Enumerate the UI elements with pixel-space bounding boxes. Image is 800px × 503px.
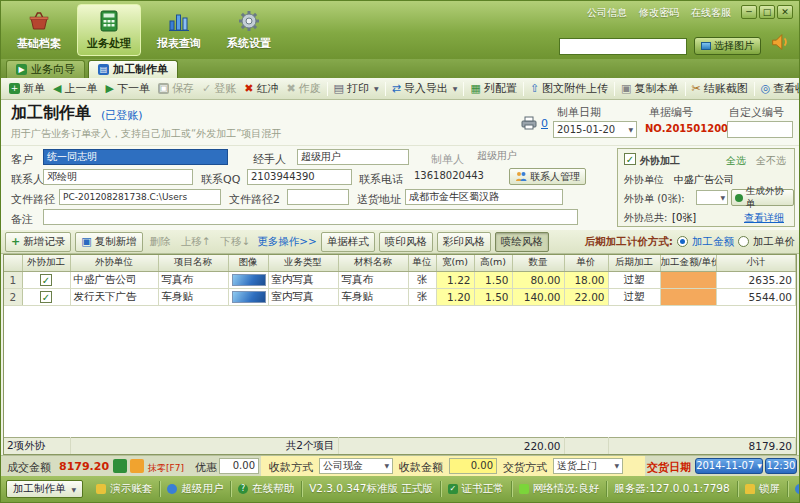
pay-method-select[interactable]: 公司现金▼ xyxy=(319,458,393,474)
type-cell[interactable]: 室内写真 xyxy=(268,288,338,305)
account-set-item[interactable]: 演示账套 xyxy=(89,481,160,497)
handler-input[interactable]: 超级用户 xyxy=(297,149,409,165)
next-order-button[interactable]: ▶下一单 xyxy=(101,79,153,98)
view-payment-process-button[interactable]: ◎查看收款过程 xyxy=(757,79,800,98)
col-image[interactable]: 图像 xyxy=(228,255,268,271)
uom-cell[interactable]: 张 xyxy=(408,288,436,305)
nav-item-basic-files[interactable]: 基础档案 xyxy=(7,4,71,56)
pricing-unit-label[interactable]: 加工单价 xyxy=(753,235,795,249)
col-outsource[interactable]: 外协加工 xyxy=(22,255,70,271)
material-cell[interactable]: 写真布 xyxy=(338,271,408,288)
calculator-small-icon[interactable] xyxy=(113,459,127,473)
contact-management-button[interactable]: 联系人管理 xyxy=(509,168,586,185)
move-down-button[interactable]: 下移↓ xyxy=(217,233,253,251)
width-cell[interactable]: 1.22 xyxy=(436,271,474,288)
qty-cell[interactable]: 140.00 xyxy=(512,288,564,305)
pricing-unit-radio[interactable] xyxy=(738,236,749,247)
post-cell[interactable]: 过塑 xyxy=(608,288,660,305)
col-type[interactable]: 业务类型 xyxy=(268,255,338,271)
doc-type-selector[interactable]: 加工制作单▼ xyxy=(6,480,83,498)
close-button[interactable]: ✕ xyxy=(777,5,793,19)
more-actions-link[interactable]: 更多操作>> xyxy=(257,235,317,249)
discount-input[interactable]: 0.00 xyxy=(219,458,259,474)
outsource-cell[interactable] xyxy=(22,271,70,288)
lock-screen-item[interactable]: 锁屏 xyxy=(738,481,788,497)
note-input[interactable] xyxy=(43,209,578,225)
grid-empty-area[interactable] xyxy=(4,306,796,437)
pricing-amount-radio[interactable] xyxy=(677,236,688,247)
certificate-status[interactable]: ✓证书正常 xyxy=(441,481,512,497)
outsource-checkbox[interactable] xyxy=(624,153,636,165)
nav-item-settings[interactable]: 系统设置 xyxy=(217,4,281,56)
qty-cell[interactable]: 80.00 xyxy=(512,271,564,288)
minimize-button[interactable]: ─ xyxy=(741,5,757,19)
tab-processing-order[interactable]: ▤ 加工制作单 xyxy=(88,60,178,78)
select-image-button[interactable]: 选择图片 xyxy=(694,37,761,55)
phone-input[interactable]: 13618020443 xyxy=(411,169,503,185)
search-input[interactable] xyxy=(559,38,687,55)
price-cell[interactable]: 22.00 xyxy=(564,288,608,305)
color-style-button[interactable]: 彩印风格 xyxy=(437,232,491,252)
image-cell[interactable] xyxy=(228,288,268,305)
col-unit[interactable]: 外协单位 xyxy=(70,255,158,271)
switch-user-item[interactable]: 切换用户 xyxy=(788,481,800,497)
thumbnail-image[interactable] xyxy=(232,291,266,303)
col-material[interactable]: 材料名称 xyxy=(338,255,408,271)
col-height[interactable]: 高(m) xyxy=(474,255,512,271)
width-cell[interactable]: 1.20 xyxy=(436,288,474,305)
move-up-button[interactable]: 上移↑ xyxy=(178,233,214,251)
col-price[interactable]: 单价 xyxy=(564,255,608,271)
print-style-button[interactable]: 喷印风格 xyxy=(379,232,433,252)
save-button[interactable]: ▣保存 xyxy=(154,79,198,98)
copy-order-button[interactable]: ▣复制本单 xyxy=(617,79,682,98)
col-width[interactable]: 宽(m) xyxy=(436,255,474,271)
order-date-input[interactable]: 2015-01-20▼ xyxy=(553,121,637,138)
void-button[interactable]: ✖作废 xyxy=(282,79,324,98)
print-button[interactable]: ▤打印 xyxy=(330,79,383,98)
col-post[interactable]: 后期加工 xyxy=(608,255,660,271)
online-service-link[interactable]: 在线客服 xyxy=(691,6,731,20)
col-uom[interactable]: 单位 xyxy=(408,255,436,271)
material-cell[interactable]: 车身贴 xyxy=(338,288,408,305)
thumbnail-image[interactable] xyxy=(232,274,266,286)
delete-row-button[interactable]: 删除 xyxy=(147,233,174,251)
column-config-button[interactable]: ▦列配置 xyxy=(466,79,520,98)
project-cell[interactable]: 车身贴 xyxy=(158,288,228,305)
print-count[interactable]: 0 xyxy=(541,117,548,130)
height-cell[interactable]: 1.50 xyxy=(474,288,512,305)
inkjet-style-button[interactable]: 喷绘风格 xyxy=(495,232,549,252)
pricing-amount-label[interactable]: 加工金额 xyxy=(692,235,734,249)
address-input[interactable]: 成都市金牛区蜀汉路 xyxy=(405,189,563,205)
view-detail-link[interactable]: 查看详细 xyxy=(744,211,784,225)
current-user-item[interactable]: 超级用户 xyxy=(160,481,231,497)
row-outsource-checkbox[interactable] xyxy=(40,291,52,303)
file-path-input[interactable]: PC-201208281738.C:\Users xyxy=(59,189,221,205)
register-button[interactable]: ✓登账 xyxy=(198,79,240,98)
project-cell[interactable]: 写真布 xyxy=(158,271,228,288)
contact-input[interactable]: 邓绘明 xyxy=(43,169,193,185)
outsource-order-select[interactable]: ▼ xyxy=(696,190,728,205)
coin-icon[interactable] xyxy=(130,459,144,473)
image-cell[interactable] xyxy=(228,271,268,288)
customer-input[interactable]: 统一同志明 xyxy=(43,149,228,165)
select-none-link[interactable]: 全不选 xyxy=(756,154,786,168)
outsource-cell[interactable] xyxy=(22,288,70,305)
change-password-link[interactable]: 修改密码 xyxy=(639,6,679,20)
online-help-item[interactable]: ?在线帮助 xyxy=(231,481,302,497)
unit-cell[interactable]: 发行天下广告 xyxy=(70,288,158,305)
type-cell[interactable]: 室内写真 xyxy=(268,271,338,288)
col-project[interactable]: 项目名称 xyxy=(158,255,228,271)
price-cell[interactable]: 18.00 xyxy=(564,271,608,288)
registered-link[interactable]: (已登账) xyxy=(101,108,143,123)
amount-cell[interactable] xyxy=(660,271,716,288)
import-export-button[interactable]: ⇄导入导出 xyxy=(388,79,462,98)
post-cell[interactable]: 过塑 xyxy=(608,271,660,288)
height-cell[interactable]: 1.50 xyxy=(474,271,512,288)
network-status[interactable]: 网络情况:良好 xyxy=(512,481,608,497)
copy-add-button[interactable]: ▣复制新增 xyxy=(75,232,142,252)
col-qty[interactable]: 数量 xyxy=(512,255,564,271)
tab-business-wizard[interactable]: ▶ 业务向导 xyxy=(6,60,85,78)
col-subtotal[interactable]: 小计 xyxy=(716,255,796,271)
unit-cell[interactable]: 中盛广告公司 xyxy=(70,271,158,288)
custom-number-input[interactable] xyxy=(727,121,793,138)
